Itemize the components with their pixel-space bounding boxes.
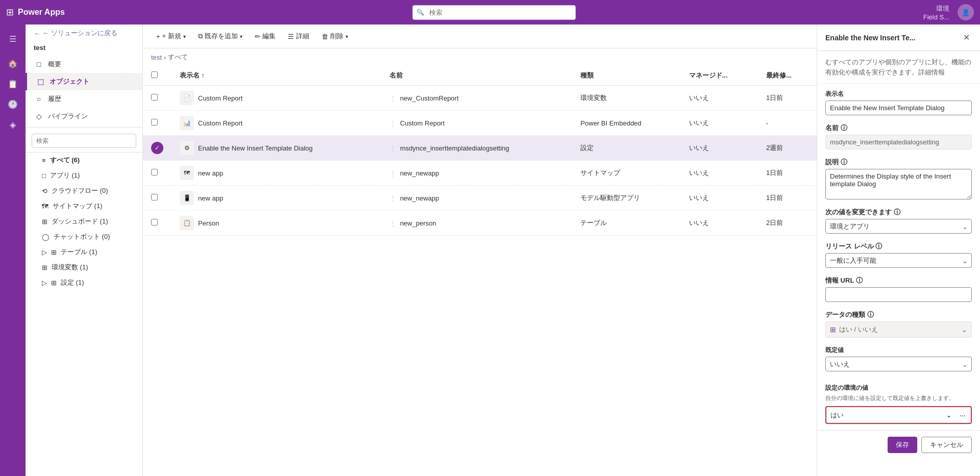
row-type: 設定 [572, 136, 680, 161]
change-value-select[interactable]: 環境とアプリ [825, 219, 972, 234]
nav-child-cloudflow[interactable]: ⟲ クラウドフロー (0) [34, 183, 142, 198]
back-to-solutions[interactable]: ← ← ソリューションに戻る [26, 24, 142, 42]
search-area: 🔍 [65, 5, 923, 20]
details-icon: ☰ [288, 33, 294, 40]
right-panel-header: Enable the New Insert Te... ✕ [817, 24, 980, 51]
table-row[interactable]: 📱 new app ⋮ new_newapp モデル駆動型アプリ いいえ 1日前 [143, 186, 817, 211]
add-existing-arrow: ▾ [240, 34, 242, 39]
breadcrumb-parent[interactable]: test [151, 54, 162, 61]
sidebar-objects[interactable]: 📋 [3, 73, 23, 94]
nav-child-env-vars[interactable]: ⊞ 環境変数 (1) [34, 260, 142, 275]
content-area: + + 新規 ▾ ⧉ 既存を追加 ▾ ✏ 編集 ☰ 詳細 🗑 削除 ▾ [143, 24, 817, 476]
new-button[interactable]: + + 新規 ▾ [151, 29, 191, 44]
description-textarea[interactable]: Determines the Display style of the Inse… [825, 169, 972, 199]
edit-button[interactable]: ✏ 編集 [250, 29, 281, 44]
expand-settings-icon: ▷ [42, 279, 47, 287]
th-type[interactable]: 種類 [572, 66, 680, 86]
nav-item-history[interactable]: ○ 履歴 [26, 90, 142, 108]
dots-separator: ⋮ [389, 144, 396, 152]
default-value-select[interactable]: いいえ はい [825, 357, 972, 371]
nav-child-dashboard[interactable]: ⊞ ダッシュボード (1) [34, 214, 142, 229]
display-name-text: Person [198, 219, 219, 227]
table-icon: ⊞ [51, 248, 57, 256]
th-name[interactable]: 名前 [381, 66, 573, 86]
row-checkbox[interactable] [151, 94, 158, 101]
breadcrumb: test › すべて [143, 48, 817, 66]
sidebar-history[interactable]: 🕐 [3, 94, 23, 114]
select-all-checkbox[interactable] [151, 71, 158, 78]
row-display-name: ⚙ Enable the New Insert Template Dialog [172, 136, 381, 161]
nav-child-all[interactable]: ≡ すべて (6) [34, 153, 142, 168]
table-row[interactable]: ✓ ⚙ Enable the New Insert Template Dialo… [143, 136, 817, 161]
nav-child-apps[interactable]: □ アプリ (1) [34, 168, 142, 183]
display-name-text: new app [198, 194, 223, 202]
sidebar-hamburger[interactable]: ☰ [3, 29, 23, 49]
right-panel-title: Enable the New Insert Te... [825, 34, 961, 42]
chatbot-icon: ◯ [42, 233, 50, 241]
save-button[interactable]: 保存 [888, 437, 917, 453]
dots-separator: ⋮ [389, 169, 396, 177]
row-checkbox[interactable] [151, 194, 158, 201]
th-display-name[interactable]: 表示名 ↑ [172, 66, 381, 86]
nav-item-pipeline[interactable]: ◇ パイプライン [26, 108, 142, 125]
env-value-dropdown-button[interactable]: ⌄ [943, 410, 954, 421]
row-managed: いいえ [681, 186, 758, 211]
add-existing-button[interactable]: ⧉ 既存を追加 ▾ [193, 29, 248, 44]
sidebar-pipeline[interactable]: ◈ [3, 114, 23, 135]
display-name-text: Enable the New Insert Template Dialog [198, 144, 313, 152]
row-modified: 2週前 [758, 136, 817, 161]
history-icon: ○ [34, 95, 44, 103]
row-type-icon: 📱 [180, 191, 194, 205]
change-value-field: 次の値を変更できます ⓘ 環境とアプリ [825, 208, 972, 234]
row-type: モデル駆動型アプリ [572, 186, 680, 211]
details-button[interactable]: ☰ 詳細 [283, 29, 314, 44]
delete-button[interactable]: 🗑 削除 ▾ [316, 29, 353, 44]
cancel-button[interactable]: キャンセル [921, 437, 972, 453]
dots-separator: ⋮ [389, 94, 396, 102]
th-modified[interactable]: 最終修... [758, 66, 817, 86]
table-row[interactable]: 🗺 new app ⋮ new_newapp サイトマップ いいえ 1日前 [143, 161, 817, 186]
nav-child-table[interactable]: ▷ ⊞ テーブル (1) [34, 244, 142, 260]
nav-child-chatbot[interactable]: ◯ チャットボット (0) [34, 229, 142, 244]
row-type-icon: 🗺 [180, 166, 194, 180]
back-arrow-icon: ← [34, 30, 40, 37]
table-row[interactable]: 📋 Person ⋮ new_person テーブル いいえ 2日前 [143, 211, 817, 236]
search-input[interactable] [412, 5, 576, 20]
table-row[interactable]: 📄 Custom Report ⋮ new_CustomReport 環境変数 … [143, 86, 817, 111]
row-checkbox[interactable] [151, 219, 158, 226]
th-managed[interactable]: マネージド... [681, 66, 758, 86]
nav-item-objects[interactable]: ⬚ オブジェクト [26, 73, 142, 90]
row-checkbox[interactable] [151, 169, 158, 176]
nav-child-sitemap[interactable]: 🗺 サイトマップ (1) [34, 198, 142, 214]
row-checkbox[interactable] [151, 119, 158, 126]
change-value-wrapper: 環境とアプリ [825, 219, 972, 234]
env-value-more-button[interactable]: ··· [957, 409, 969, 421]
display-name-label: 表示名 [825, 90, 972, 98]
nav-search-input[interactable] [32, 134, 136, 148]
env-value-input[interactable] [828, 408, 941, 422]
user-avatar[interactable]: 👤 [958, 4, 974, 20]
row-managed: いいえ [681, 111, 758, 136]
close-right-panel-button[interactable]: ✕ [961, 31, 972, 44]
sidebar-home[interactable]: 🏠 [3, 53, 23, 73]
dots-separator: ⋮ [389, 194, 396, 202]
data-type-row: ⊞ はい / いいえ [830, 325, 878, 334]
row-modified: 1日前 [758, 161, 817, 186]
nav-panel: ← ← ソリューションに戻る test □ 概要 ⬚ オブジェクト ○ 履歴 ◇… [26, 24, 143, 476]
search-icon: 🔍 [416, 9, 424, 16]
app-grid-button[interactable]: ⊞ [6, 7, 14, 18]
env-value-section: 設定の環境の値 自分の環境に値を設定して既定値を上書きします。 ⌄ ··· [817, 378, 980, 430]
release-level-select[interactable]: 一般に入手可能 [825, 253, 972, 268]
dashboard-icon: ⊞ [42, 218, 47, 226]
table-row[interactable]: 📊 Custom Report ⋮ Custom Report Power BI… [143, 111, 817, 136]
info-url-input[interactable] [825, 287, 972, 302]
nav-item-overview[interactable]: □ 概要 [26, 56, 142, 73]
solution-name: test [26, 42, 142, 56]
display-name-input[interactable] [825, 101, 972, 115]
row-checkbox-cell [143, 211, 172, 236]
breadcrumb-current: すべて [168, 53, 188, 62]
right-panel-description: むすべてのアプリや個別のアプリに対し、機能の有効化や構成を実行できます。詳細情報 [817, 51, 980, 84]
name-label: 名前 ⓘ [825, 123, 972, 133]
nav-child-settings[interactable]: ▷ ⊞ 設定 (1) [34, 275, 142, 290]
row-type: テーブル [572, 211, 680, 236]
